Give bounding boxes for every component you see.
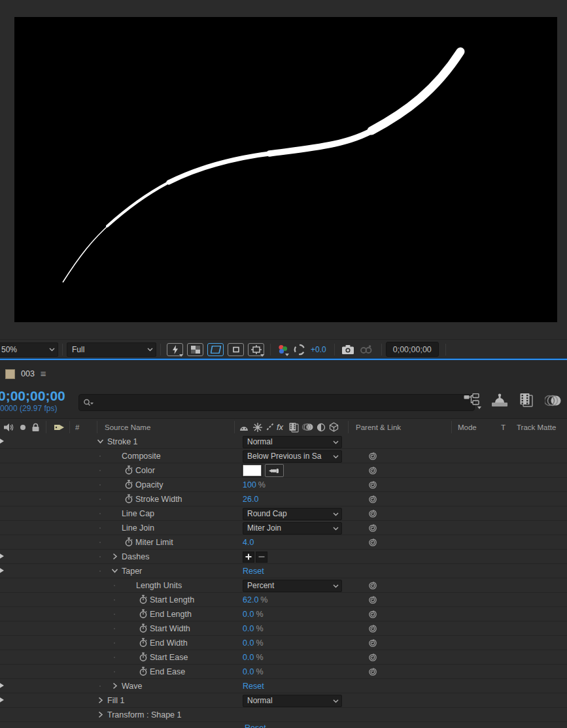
property-row[interactable]: End Length0.0% xyxy=(0,607,567,621)
stopwatch-icon[interactable] xyxy=(136,607,150,621)
pickwhip-icon[interactable] xyxy=(368,465,378,476)
stopwatch-icon[interactable] xyxy=(136,593,150,606)
add-dash-button[interactable] xyxy=(243,552,254,563)
property-row[interactable]: TaperReset xyxy=(0,564,567,578)
twirl-closed-icon[interactable] xyxy=(94,708,107,721)
value-number[interactable]: 0.0 xyxy=(243,638,254,648)
property-row[interactable]: Line JoinMiter Join xyxy=(0,521,567,535)
pickwhip-icon[interactable] xyxy=(368,480,378,490)
pickwhip-icon[interactable] xyxy=(368,623,378,634)
pickwhip-icon[interactable] xyxy=(368,451,378,461)
property-row[interactable]: Miter Limit4.0 xyxy=(0,535,567,550)
parent-link-column-header[interactable]: Parent & Link xyxy=(356,419,401,435)
property-label[interactable]: End Length xyxy=(150,610,192,619)
value-dropdown[interactable]: Round Cap xyxy=(243,508,342,520)
remove-dash-button[interactable] xyxy=(256,552,267,563)
property-row[interactable]: Color xyxy=(0,463,567,478)
preview-time-field[interactable]: 0;00;00;00 xyxy=(386,342,439,357)
property-label[interactable]: Miter Limit xyxy=(135,538,173,547)
property-label[interactable]: Transform : Shape 1 xyxy=(107,710,181,720)
value-number[interactable]: 100 xyxy=(243,480,256,489)
value-number[interactable]: 4.0 xyxy=(243,538,254,547)
property-label[interactable]: Taper xyxy=(122,567,142,576)
property-label[interactable]: Line Join xyxy=(122,523,154,533)
mini-flowchart-button[interactable] xyxy=(464,393,481,408)
property-row[interactable]: Stroke 1Normal xyxy=(0,435,567,449)
property-row[interactable]: Line CapRound Cap xyxy=(0,506,567,521)
property-label[interactable]: Wave xyxy=(122,682,143,691)
exposure-value[interactable]: +0.0 xyxy=(311,345,326,354)
reset-link[interactable]: Reset xyxy=(243,682,264,691)
property-label[interactable]: End Width xyxy=(150,638,188,648)
value-dropdown[interactable]: Normal xyxy=(243,695,342,707)
pickwhip-icon[interactable] xyxy=(368,652,378,663)
resolution-dropdown[interactable]: Full xyxy=(67,342,156,357)
property-row[interactable]: Opacity100% xyxy=(0,478,567,492)
take-snapshot-button[interactable] xyxy=(341,344,354,355)
value-dropdown[interactable]: Normal xyxy=(243,436,342,448)
comp-color-swatch[interactable] xyxy=(5,369,15,379)
fast-previews-button[interactable] xyxy=(167,343,183,356)
property-row[interactable]: Fill 1Normal xyxy=(0,693,567,708)
pickwhip-icon[interactable] xyxy=(368,508,378,519)
mask-visibility-button[interactable] xyxy=(228,343,244,356)
panel-menu-icon[interactable]: ≡ xyxy=(41,371,46,377)
pickwhip-icon[interactable] xyxy=(368,638,378,648)
property-row[interactable]: Start Ease0.0% xyxy=(0,650,567,665)
motion-blur-button[interactable] xyxy=(545,393,562,408)
property-row[interactable]: Transform : Shape 1 xyxy=(0,708,567,722)
reset-link[interactable]: Reset xyxy=(245,723,266,728)
property-row[interactable]: Start Width0.0% xyxy=(0,621,567,636)
search-input[interactable] xyxy=(94,397,449,408)
property-label[interactable]: Composite xyxy=(122,452,161,461)
preserve-transparency-column-header[interactable]: T xyxy=(501,419,506,435)
pickwhip-icon[interactable] xyxy=(368,595,378,605)
value-number[interactable]: 0.0 xyxy=(243,667,254,676)
property-label[interactable]: Dashes xyxy=(122,552,149,561)
color-swatch[interactable] xyxy=(243,465,262,476)
stopwatch-icon[interactable] xyxy=(122,535,135,549)
stopwatch-icon[interactable] xyxy=(136,636,150,650)
value-number[interactable]: 26.0 xyxy=(243,495,258,504)
property-row[interactable]: Start Length62.0% xyxy=(0,593,567,607)
property-label[interactable]: Length Units xyxy=(136,581,182,590)
pickwhip-icon[interactable] xyxy=(368,609,378,620)
value-dropdown[interactable]: Percent xyxy=(243,580,342,592)
property-label[interactable]: Color xyxy=(135,466,155,475)
property-label[interactable]: Opacity xyxy=(135,480,163,489)
twirl-closed-icon[interactable] xyxy=(94,693,107,707)
property-label[interactable]: Start Ease xyxy=(150,653,188,662)
property-label[interactable]: Stroke Width xyxy=(135,495,182,504)
guides-options-button[interactable] xyxy=(248,343,264,356)
twirl-open-icon[interactable] xyxy=(94,435,107,448)
stopwatch-icon[interactable] xyxy=(136,650,150,664)
property-row[interactable]: WaveReset xyxy=(0,679,567,693)
stopwatch-icon[interactable] xyxy=(122,478,135,491)
show-snapshot-button[interactable] xyxy=(360,344,372,354)
property-row[interactable]: Length UnitsPercent xyxy=(0,578,567,593)
reset-exposure-button[interactable] xyxy=(294,344,305,356)
property-label[interactable]: Line Cap xyxy=(122,509,154,518)
draft-3d-button[interactable] xyxy=(491,393,508,408)
pickwhip-icon[interactable] xyxy=(368,494,378,505)
twirl-closed-icon[interactable] xyxy=(108,550,122,563)
property-label[interactable]: Start Length xyxy=(150,595,194,604)
transparency-grid-button[interactable] xyxy=(187,343,203,356)
pickwhip-icon[interactable] xyxy=(368,667,378,677)
magnification-dropdown[interactable]: 50% xyxy=(0,342,58,357)
frame-blending-button[interactable] xyxy=(519,393,534,408)
search-box[interactable] xyxy=(78,394,475,411)
timeline-tab[interactable]: 003 ≡ xyxy=(5,365,46,382)
pickwhip-icon[interactable] xyxy=(368,523,378,533)
twirl-open-icon[interactable] xyxy=(108,564,122,578)
stopwatch-icon[interactable] xyxy=(136,621,150,635)
reset-link[interactable]: Reset xyxy=(243,567,264,576)
value-number[interactable]: 62.0 xyxy=(243,595,258,604)
pickwhip-icon[interactable] xyxy=(368,580,378,591)
current-time-display[interactable]: 0;00;00;00 xyxy=(0,388,65,404)
track-matte-column-header[interactable]: Track Matte xyxy=(517,419,556,435)
value-number[interactable]: 0.0 xyxy=(243,653,254,662)
property-label[interactable]: Stroke 1 xyxy=(107,437,138,446)
property-row[interactable]: Stroke Width26.0 xyxy=(0,492,567,506)
value-dropdown[interactable]: Miter Join xyxy=(243,522,342,535)
